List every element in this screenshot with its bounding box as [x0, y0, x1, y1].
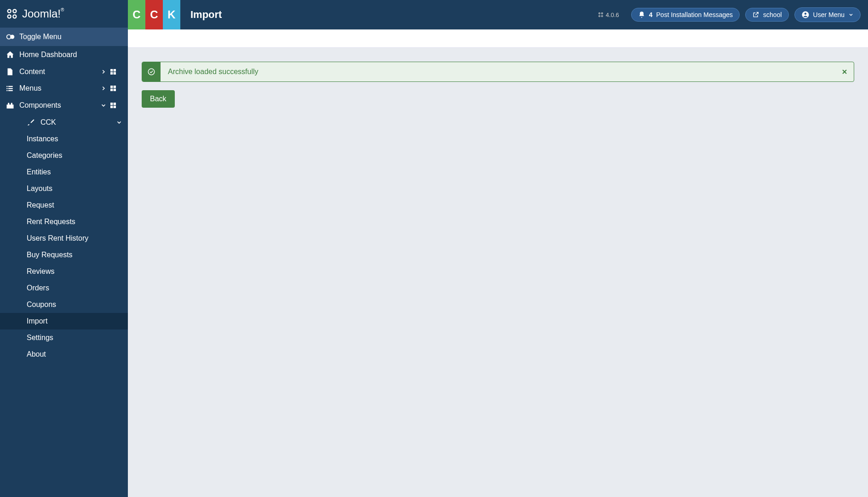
sidebar-sub-rent-requests[interactable]: Rent Requests [0, 214, 128, 230]
svg-rect-16 [110, 86, 113, 88]
cck-logo: C C K [128, 0, 180, 29]
home-icon [6, 50, 15, 59]
chevron-right-icon [100, 69, 107, 75]
user-menu-pill[interactable]: User Menu [794, 7, 861, 22]
svg-rect-8 [110, 72, 113, 75]
sidebar-sub-orders[interactable]: Orders [0, 280, 128, 296]
sidebar-sub-layouts[interactable]: Layouts [0, 180, 128, 197]
site-link-label: school [763, 11, 782, 18]
sidebar-item-menus[interactable]: Menus [0, 80, 128, 97]
notifications-label: Post Installation Messages [656, 11, 733, 18]
sidebar-item-label: Coupons [27, 301, 56, 309]
sidebar-sub-instances[interactable]: Instances [0, 131, 128, 147]
sidebar-sub-about[interactable]: About [0, 346, 128, 363]
chevron-down-icon [100, 102, 107, 109]
sidebar-item-label: Components [19, 101, 100, 110]
sidebar-item-label: Orders [27, 284, 49, 292]
sidebar-sub-settings[interactable]: Settings [0, 329, 128, 346]
list-icon [6, 84, 14, 92]
user-menu-label: User Menu [813, 11, 845, 18]
svg-point-2 [8, 15, 11, 18]
close-icon [841, 68, 848, 75]
toggle-menu-label: Toggle Menu [19, 33, 122, 41]
sidebar-item-content[interactable]: Content [0, 64, 128, 80]
svg-rect-14 [6, 90, 7, 91]
version-label: 4.0.6 [606, 12, 619, 18]
svg-point-27 [601, 15, 603, 17]
sidebar-item-home[interactable]: Home Dashboard [0, 46, 128, 64]
joomla-icon [6, 7, 18, 20]
version-info[interactable]: 4.0.6 [598, 12, 619, 18]
svg-rect-21 [114, 103, 116, 105]
page-title: Import [190, 9, 222, 21]
sidebar-item-label: Home Dashboard [19, 51, 122, 59]
brand-logo[interactable]: Joomla!® [0, 0, 128, 28]
sidebar-sub-cck[interactable]: CCK [0, 114, 128, 131]
chevron-down-icon [848, 12, 854, 17]
svg-rect-23 [114, 106, 116, 108]
svg-rect-7 [114, 69, 116, 71]
svg-point-26 [598, 15, 600, 17]
grid-icon[interactable] [109, 85, 117, 92]
sidebar-sub-reviews[interactable]: Reviews [0, 263, 128, 280]
grid-icon[interactable] [109, 68, 117, 75]
alert-message: Archive loaded successfully [161, 62, 835, 81]
sidebar-item-label: Instances [27, 135, 58, 143]
toggle-menu[interactable]: Toggle Menu [0, 28, 128, 46]
svg-rect-6 [110, 69, 113, 71]
sidebar-item-label: Buy Requests [27, 251, 73, 259]
topbar: C C K Import 4.0.6 4 Post Installation M… [128, 0, 868, 29]
bell-icon [638, 11, 645, 18]
svg-point-3 [13, 15, 16, 18]
alert-icon-box [142, 62, 161, 81]
svg-rect-9 [114, 72, 116, 75]
sidebar-sub-categories[interactable]: Categories [0, 147, 128, 164]
svg-rect-12 [6, 88, 7, 89]
back-button[interactable]: Back [142, 90, 175, 108]
check-circle-icon [147, 68, 155, 76]
svg-point-30 [148, 69, 155, 75]
svg-rect-10 [6, 86, 7, 87]
success-alert: Archive loaded successfully [142, 62, 854, 82]
joomla-small-icon [598, 12, 604, 18]
svg-rect-20 [110, 103, 113, 105]
sidebar-item-label: Reviews [27, 267, 54, 276]
user-icon [801, 11, 810, 19]
svg-point-29 [804, 13, 806, 15]
sidebar-item-label: Entities [27, 168, 51, 176]
sidebar-sub-users-rent-history[interactable]: Users Rent History [0, 230, 128, 247]
cck-box-3: K [163, 0, 180, 29]
sidebar-sub-coupons[interactable]: Coupons [0, 296, 128, 313]
brush-icon [27, 118, 35, 127]
notifications-count: 4 [649, 11, 653, 18]
sidebar-item-label: Rent Requests [27, 218, 75, 226]
sidebar-item-label: About [27, 350, 46, 358]
content-area: Archive loaded successfully Back [128, 29, 868, 497]
svg-rect-17 [114, 86, 116, 88]
toolbar-space [128, 29, 868, 48]
svg-rect-11 [8, 86, 13, 87]
site-link-pill[interactable]: school [745, 8, 788, 22]
grid-icon[interactable] [109, 102, 117, 109]
sidebar-item-label: Settings [27, 334, 53, 342]
sidebar-item-label: Import [27, 317, 47, 325]
alert-close-button[interactable] [835, 62, 854, 81]
svg-point-5 [10, 35, 14, 39]
brand-name: Joomla!® [22, 7, 64, 20]
sidebar-item-label: Menus [19, 84, 100, 92]
sidebar-sub-import[interactable]: Import [0, 313, 128, 329]
sidebar-item-label: Content [19, 68, 100, 76]
sidebar-sub-entities[interactable]: Entities [0, 164, 128, 180]
notifications-pill[interactable]: 4 Post Installation Messages [631, 8, 740, 22]
sidebar-item-components[interactable]: Components [0, 97, 128, 114]
svg-point-1 [13, 10, 16, 13]
external-icon [752, 11, 759, 18]
chevron-right-icon [100, 85, 107, 92]
cck-box-1: C [128, 0, 145, 29]
sidebar-item-label: Users Rent History [27, 234, 88, 243]
svg-rect-13 [8, 88, 13, 89]
sidebar-item-label: Layouts [27, 185, 52, 193]
sidebar-sub-request[interactable]: Request [0, 197, 128, 214]
svg-rect-22 [110, 106, 113, 108]
sidebar-sub-buy-requests[interactable]: Buy Requests [0, 247, 128, 263]
